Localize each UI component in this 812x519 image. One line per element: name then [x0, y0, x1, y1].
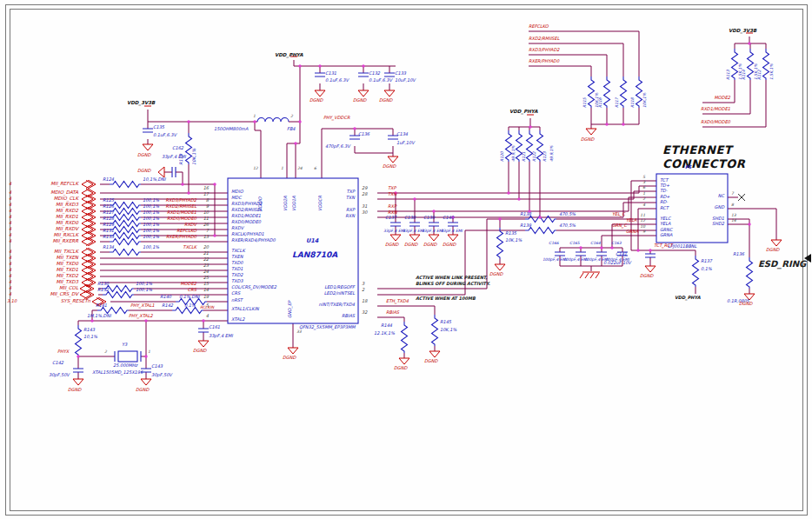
r139-ref: R139 — [520, 223, 531, 229]
net-label-rxer-phyad0[interactable]: RXER/PHYAD0 — [146, 235, 196, 240]
pin-number: 16 — [196, 186, 209, 191]
pin-name: RCT — [660, 206, 669, 211]
net-label-phy-xtal2[interactable]: PHY_XTAL2 — [129, 314, 153, 319]
net-label-mode2[interactable]: MODE2 — [146, 282, 196, 287]
net-label-crs[interactable]: CRS — [146, 288, 196, 293]
pin-number: 4 — [196, 314, 209, 319]
power-label-vdd-phya-mid: VDD_PHYA — [509, 109, 537, 114]
dgnd-label: DGND — [766, 248, 779, 253]
sheet-ref: 4 — [9, 239, 11, 244]
dgnd-label: DGND — [640, 274, 653, 279]
net-label-eth-txd4[interactable]: ETH_TXD4 — [386, 299, 409, 304]
net-label-rxd0-mode0[interactable]: RXD0/MODE0 — [146, 216, 196, 222]
net-label-rxd0-mode0-right[interactable]: RXD0/MODE0 — [678, 120, 730, 125]
net-label-rxd2-rmiisel-top[interactable]: RXD2/RMIISEL — [529, 37, 559, 42]
power-label-vdd3v3b: VDD_3V3B — [127, 100, 155, 105]
net-label-mii-rxdv[interactable]: MII_RXDV — [14, 226, 78, 231]
net-label-mii-rxd2[interactable]: MII_RXD2 — [14, 208, 78, 213]
net-label-mii-rxclk[interactable]: MII_RXCLK — [14, 232, 78, 237]
net-label-mii-col[interactable]: MII_COL — [14, 285, 78, 290]
net-label-grn-c[interactable]: GRN_C — [612, 223, 627, 229]
net-label-mii-txclk[interactable]: MII_TXCLK — [14, 249, 78, 254]
net-label-mdio-clk[interactable]: MDIO_CLK — [14, 196, 78, 201]
net-label-mii-rxd0[interactable]: MII_RXD0 — [14, 220, 78, 225]
pin-number: 21 — [196, 251, 209, 256]
ic-part-name: LAN8710A — [292, 250, 337, 259]
sheet-ref: 4 — [9, 182, 11, 187]
r124-value: 10,1%,DNI — [143, 177, 166, 183]
pin-number: 29 — [362, 186, 367, 191]
r120-value: 49.9,1% — [511, 145, 516, 162]
sheet-ref: 4 — [9, 209, 11, 214]
net-label-txn[interactable]: TXN — [388, 192, 396, 197]
r132-ref: R132 — [97, 288, 109, 293]
dgnd-label: DGND — [404, 243, 417, 248]
r140-ref: R140 — [160, 295, 171, 300]
net-label-mii-rxd3[interactable]: MII_RXD3 — [14, 202, 78, 207]
net-label-mii-txd0[interactable]: MII_TXD0 — [14, 261, 78, 266]
net-label-mii-txen[interactable]: MII_TXEN — [14, 255, 78, 260]
ic-package: QFN32_5X5MM_EP3P3MM — [299, 325, 356, 330]
net-label-phy-xtal1[interactable]: PHY_XTAL1 — [130, 303, 155, 309]
pin-name: SHD2 — [696, 222, 724, 227]
net-label-rxd3-phyad2-top[interactable]: RXD3/PHYAD2 — [529, 48, 560, 53]
net-label-yel-c[interactable]: YEL_C — [612, 212, 625, 217]
net-label-mode2-right[interactable]: MODE2 — [678, 96, 730, 101]
pin-number: 30 — [362, 210, 367, 216]
y3-ref: Y3 — [122, 343, 127, 348]
net-label-mii-refclk[interactable]: MII_REFCLK — [14, 181, 78, 186]
net-label-rbias[interactable]: RBIAS — [386, 310, 399, 316]
pin-name: RD- — [660, 200, 668, 205]
r138-ref: R138 — [520, 212, 531, 217]
net-label-rxer-phyad0-top[interactable]: RXER/PHYAD0 — [529, 59, 559, 64]
r137-ref: R137 — [701, 259, 712, 264]
sheet-ref: 4 — [9, 203, 11, 208]
pin-number: 13 — [731, 213, 736, 217]
c165-ref: C165 — [569, 241, 580, 245]
net-label-mii-txd1[interactable]: MII_TXD1 — [14, 267, 78, 272]
r130-ref: R130 — [97, 282, 109, 287]
sheet-ref: 4 — [9, 286, 11, 291]
net-label-rxd3-phyad2[interactable]: RXD3/PHYAD2 — [146, 198, 196, 203]
net-label-txclk[interactable]: TXCLK — [146, 245, 196, 250]
r118-ref: R118 — [630, 97, 635, 108]
net-label-phy-vddcr[interactable]: PHY_VDDCR — [323, 116, 349, 121]
net-label-mii-crs-dv[interactable]: MII_CRS_DV — [14, 291, 78, 296]
pin-number: 10 — [633, 224, 645, 229]
net-label-rxd1-mode1-right[interactable]: RXD1/MODE1 — [678, 107, 730, 112]
c136-value: 470pF,6.3V — [325, 144, 350, 150]
net-label-rxdv[interactable]: RXDV — [146, 223, 196, 228]
net-label-rxd2-rmiisel[interactable]: RXD2/RMIISEL — [146, 204, 196, 210]
pin-number: 18 — [362, 299, 367, 304]
c131-ref: C131 — [325, 71, 336, 77]
net-label-mdio-data[interactable]: MDIO_DATA — [14, 190, 78, 195]
net-label-mii-rxerr[interactable]: MII_RXERR — [14, 238, 78, 243]
r145-ref: R145 — [440, 320, 451, 325]
net-label-tct-rct[interactable]: TCT_RCT — [654, 243, 673, 249]
r114-ref: R114 — [742, 70, 746, 80]
net-label-mii-txd3[interactable]: MII_TXD3 — [14, 279, 78, 284]
dgnd-label: DGND — [383, 164, 396, 170]
pin-name: MDIO — [231, 190, 243, 195]
net-label-refclko-top[interactable]: REFCLKO — [529, 24, 549, 30]
c166-ref: C166 — [549, 241, 559, 245]
net-label-sys-resetn[interactable]: SYS_RESETn — [26, 298, 90, 303]
r129-ref: R129 — [103, 223, 114, 228]
pin-number: 14 — [196, 288, 209, 293]
net-label-rxp[interactable]: RXP — [388, 204, 396, 210]
net-label-refclko[interactable]: REFCLKO — [146, 229, 196, 234]
net-label-txp[interactable]: TXP — [388, 186, 396, 191]
net-label-phyx[interactable]: PHYX — [57, 349, 69, 355]
r123-value: 49.9,1% — [549, 145, 554, 162]
net-label-rxd1-mode1[interactable]: RXD1/MODE1 — [146, 210, 196, 216]
esd-ring-label: ESD_RING — [758, 259, 806, 269]
sheet-ref: 4 — [9, 227, 11, 232]
dgnd-label: DGND — [489, 272, 503, 277]
net-label-mii-txd2[interactable]: MII_TXD2 — [14, 273, 78, 278]
pin-number: 20 — [196, 245, 209, 250]
pin-number: 9 — [633, 230, 645, 234]
pin-name: TXEN — [231, 255, 243, 260]
net-label-mii-rxd1[interactable]: MII_RXD1 — [14, 214, 78, 219]
y3-package: XTAL1505MD_125X196 — [92, 370, 143, 376]
c142-value: 30pF,50V — [49, 373, 70, 378]
